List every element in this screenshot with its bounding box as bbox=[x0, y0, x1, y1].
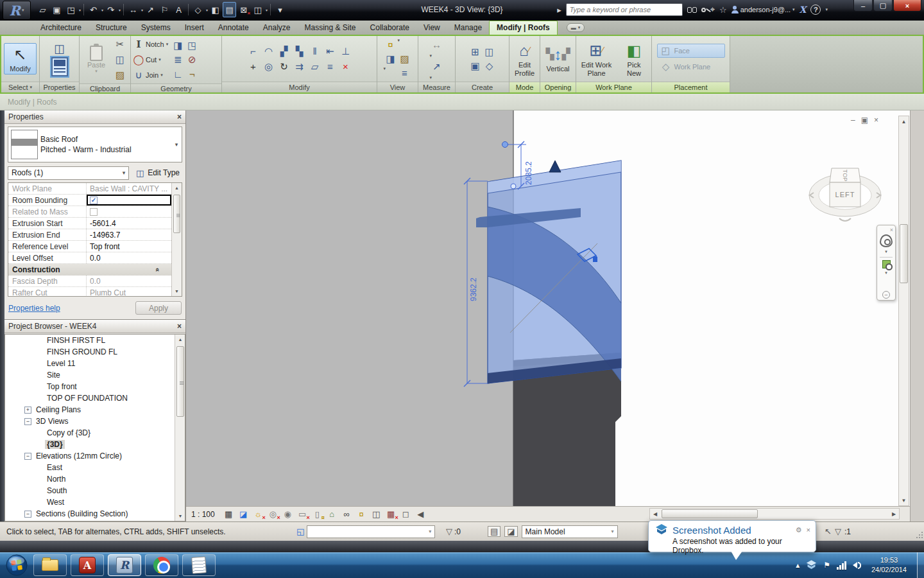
create-parts-icon[interactable]: ◇ bbox=[483, 59, 497, 73]
resize-grip[interactable] bbox=[915, 532, 923, 539]
vertical-scrollbar[interactable]: ▲ ▼ bbox=[898, 116, 909, 506]
vertical-opening-button[interactable]: ▚↕▞ Vertical bbox=[543, 43, 573, 74]
create-similar-icon[interactable]: ◫ bbox=[483, 45, 497, 59]
search-expand-icon[interactable]: ▸ bbox=[557, 5, 561, 15]
drag-grip[interactable] bbox=[502, 142, 508, 148]
scale-button[interactable]: 1 : 100 bbox=[191, 510, 215, 519]
network-icon[interactable] bbox=[837, 561, 846, 570]
tab-manage[interactable]: Manage bbox=[447, 21, 489, 35]
property-row[interactable]: Extrusion Start -5601.4 bbox=[8, 218, 182, 229]
detail-level-icon[interactable]: ▦ bbox=[223, 508, 235, 520]
undo-icon[interactable]: ↶ bbox=[87, 2, 100, 17]
property-row[interactable]: Extrusion End -14963.7 bbox=[8, 229, 182, 241]
chevron-down-icon[interactable]: ▾ bbox=[171, 141, 182, 148]
view-minimize-icon[interactable]: – bbox=[851, 116, 855, 125]
tree-item[interactable]: Level 11 bbox=[5, 358, 185, 369]
help-icon[interactable]: ? bbox=[810, 4, 821, 15]
panel-label-geometry[interactable]: Geometry bbox=[131, 83, 221, 92]
notification-settings-icon[interactable]: ⚙ bbox=[796, 526, 802, 534]
type-selector[interactable]: Basic Roof Pitched - Warm - Industrial ▾ bbox=[8, 127, 182, 162]
tab-structure[interactable]: Structure bbox=[89, 21, 134, 35]
maximize-button[interactable]: ▢ bbox=[873, 0, 893, 12]
tab-systems[interactable]: Systems bbox=[134, 21, 178, 35]
customize-qat-icon[interactable]: ▾ bbox=[273, 2, 287, 17]
apply-button[interactable]: Apply bbox=[135, 301, 182, 315]
scroll-right-icon[interactable]: ▶ bbox=[889, 511, 899, 517]
navbar-close-icon[interactable]: × bbox=[890, 227, 893, 233]
redo-icon[interactable]: ↷ bbox=[104, 2, 117, 17]
wall-joins-icon[interactable]: ◨ bbox=[171, 39, 185, 53]
application-menu-button[interactable]: R ▾ bbox=[3, 1, 31, 20]
room-bounding-checkbox[interactable]: ✓ bbox=[90, 197, 98, 204]
thin-lines-icon[interactable]: ▤ bbox=[223, 2, 236, 17]
panel-label-select[interactable]: Select▾ bbox=[1, 82, 39, 92]
property-row[interactable]: Rafter Cut Plumb Cut bbox=[8, 287, 182, 297]
edit-type-button[interactable]: ◫ Edit Type bbox=[132, 165, 182, 180]
viewcube[interactable]: TOP LEFT bbox=[807, 155, 886, 234]
taskbar-notepad-button[interactable] bbox=[182, 554, 216, 576]
taskbar-chrome-button[interactable] bbox=[145, 554, 178, 576]
default-3d-view-icon[interactable]: ◇ bbox=[191, 2, 205, 17]
tree-item[interactable]: Site bbox=[5, 369, 185, 381]
exchange-apps-icon[interactable]: X bbox=[800, 4, 807, 15]
viewcube-compass-arrow[interactable] bbox=[839, 218, 851, 221]
scroll-down-icon[interactable]: ▼ bbox=[899, 495, 909, 505]
view-restore-icon[interactable]: ▣ bbox=[861, 116, 868, 125]
tree-item-3d-views[interactable]: − 3D Views bbox=[5, 416, 185, 427]
taskbar-explorer-button[interactable] bbox=[33, 554, 67, 576]
filter-icon[interactable]: ▽ bbox=[835, 527, 841, 536]
scroll-up-icon[interactable]: ▲ bbox=[175, 335, 185, 344]
scroll-left-icon[interactable]: ◀ bbox=[650, 511, 660, 517]
join-button[interactable]: ∪ Join▾ bbox=[133, 68, 168, 82]
collapse-tree-icon[interactable]: − bbox=[24, 418, 31, 425]
create-group-icon[interactable]: ⊞ bbox=[468, 45, 483, 59]
tray-dropbox-icon[interactable] bbox=[806, 560, 817, 570]
shadows-icon[interactable]: ◎× bbox=[267, 508, 279, 520]
text-icon[interactable]: A bbox=[172, 2, 185, 17]
visual-style-icon[interactable]: ◪ bbox=[237, 508, 250, 520]
aligned-dimension-icon[interactable]: ↗ bbox=[144, 2, 157, 17]
save-icon[interactable]: ▣ bbox=[50, 2, 64, 17]
tree-item-sections[interactable]: − Sections (Building Section) bbox=[5, 508, 185, 520]
help-dropdown-icon[interactable]: ▾ bbox=[825, 7, 828, 12]
navigation-bar[interactable]: × ▾ ▾ − bbox=[877, 225, 896, 301]
property-group-header[interactable]: Construction « bbox=[8, 264, 182, 276]
close-icon[interactable]: × bbox=[177, 112, 182, 121]
property-row[interactable]: Fascia Depth 0.0 bbox=[8, 276, 182, 287]
tab-view[interactable]: View bbox=[416, 21, 447, 35]
delete-icon[interactable]: × bbox=[339, 60, 353, 74]
chevron-down-icon[interactable]: ▾ bbox=[885, 249, 887, 254]
property-row[interactable]: Reference Level Top front bbox=[8, 241, 182, 252]
match-icon[interactable]: ≡ bbox=[323, 60, 338, 74]
placement-work-plane-button[interactable]: ◇ Work Plane bbox=[657, 60, 725, 74]
tag-by-category-icon[interactable]: ⚐ bbox=[158, 2, 171, 17]
shaded-wall-face[interactable] bbox=[186, 110, 513, 506]
property-row[interactable]: Room Bounding ✓ bbox=[8, 195, 182, 206]
tree-item[interactable]: TOP OF FOUNDATION bbox=[5, 392, 185, 404]
copy-element-icon[interactable]: ◎ bbox=[262, 60, 276, 74]
section-icon[interactable]: ◧ bbox=[209, 2, 222, 17]
chevron-down-icon[interactable]: ▾ bbox=[885, 270, 887, 276]
tab-insert[interactable]: Insert bbox=[178, 21, 211, 35]
scroll-down-icon[interactable]: ▼ bbox=[172, 286, 182, 296]
tab-analyze[interactable]: Analyze bbox=[256, 21, 298, 35]
rotate-icon[interactable]: ↻ bbox=[277, 60, 291, 74]
browser-scrollbar[interactable]: ▲ ▼ bbox=[175, 335, 185, 521]
panel-label-work-plane[interactable]: Work Plane bbox=[576, 82, 651, 92]
trim-extend-icon[interactable]: ⇤ bbox=[323, 44, 338, 58]
tree-item[interactable]: FINSH FIRST FL bbox=[5, 335, 185, 346]
show-desktop-button[interactable] bbox=[917, 552, 924, 578]
scrollbar-thumb[interactable] bbox=[176, 346, 184, 417]
reveal-hidden-icon[interactable]: ¤ bbox=[384, 38, 398, 52]
favorites-star-icon[interactable]: ☆ bbox=[719, 5, 727, 15]
workset-dropdown[interactable]: ▾ bbox=[307, 525, 435, 538]
show-crop-region-icon[interactable]: ▯¤ bbox=[311, 508, 323, 520]
displacement-sets-icon[interactable]: ◻ bbox=[400, 508, 412, 520]
tab-architecture[interactable]: Architecture bbox=[33, 21, 89, 35]
panel-label-mode[interactable]: Mode bbox=[509, 82, 540, 92]
tab-modify-roofs[interactable]: Modify | Roofs bbox=[489, 21, 558, 35]
panel-label-modify[interactable]: Modify bbox=[222, 82, 377, 92]
cut-button[interactable]: ◯ Cut▾ bbox=[133, 53, 168, 67]
panel-label-measure[interactable]: Measure bbox=[418, 82, 455, 92]
tree-item-elevations[interactable]: − Elevations (12mm Circle) bbox=[5, 450, 185, 462]
